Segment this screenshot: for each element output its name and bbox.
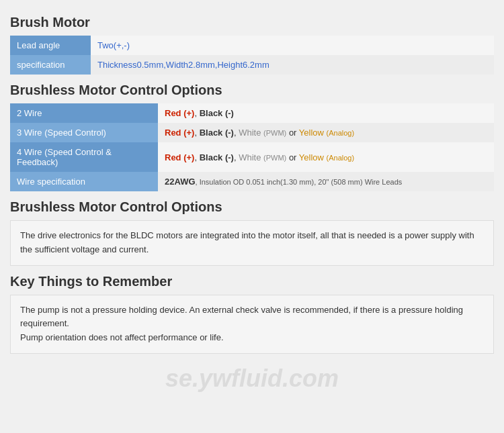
white-text2: White (239, 152, 261, 162)
wire-spec-value: 22AWG, Insulation OD 0.051 inch(1.30 mm)… (158, 172, 494, 191)
black-minus-text: Black (-) (200, 108, 234, 118)
brushless-desc-text: The drive electronics for the BLDC motor… (20, 229, 484, 257)
white-text: White (239, 128, 261, 138)
lead-angle-value: Two(+,-) (91, 36, 494, 55)
comma: , (194, 108, 199, 118)
black-text: Black (-) (200, 128, 234, 138)
table-row: Wire specification 22AWG, Insulation OD … (10, 172, 494, 191)
specification-value: Thickness0.5mm,Width2.8mm,Height6.2mm (91, 55, 494, 75)
yellow-text: Yellow (299, 128, 324, 138)
red-text: Red (+) (165, 128, 194, 138)
watermark: se.ywfluid.com (165, 365, 339, 393)
key-things-title: Key Things to Remember (10, 274, 494, 289)
brush-motor-table: Lead angle Two(+,-) specification Thickn… (10, 36, 494, 75)
wire-spec-bold: 22AWG (165, 177, 196, 187)
table-row: 2 Wire Red (+), Black (-) (10, 103, 494, 123)
wire-spec-small: , Insulation OD 0.051 inch(1.30 mm), 20"… (196, 178, 403, 186)
brush-motor-title: Brush Motor (10, 15, 494, 30)
table-row: 4 Wire (Speed Control & Feedback) Red (+… (10, 142, 494, 172)
pwm-text: (PWM) (263, 129, 286, 137)
analog-text: (Analog) (327, 129, 355, 137)
2wire-label: 2 Wire (10, 103, 158, 123)
brushless-desc-title: Brushless Motor Control Options (10, 199, 494, 215)
analog-text2: (Analog) (327, 154, 355, 162)
red-text2: Red (+) (165, 152, 194, 162)
black-text2: Black (-) (200, 152, 234, 162)
4wire-label: 4 Wire (Speed Control & Feedback) (10, 142, 158, 172)
key-things-box: The pump is not a pressure holding devic… (10, 295, 494, 354)
red-plus-text: Red (+) (165, 108, 194, 118)
brushless-desc-box: The drive electronics for the BLDC motor… (10, 220, 494, 266)
lead-angle-text: Two(+,-) (97, 40, 130, 50)
table-row: 3 Wire (Speed Control) Red (+), Black (-… (10, 123, 494, 142)
or-text2: or (289, 152, 299, 162)
brushless-control-title: Brushless Motor Control Options (10, 83, 494, 98)
wire-spec-label: Wire specification (10, 172, 158, 191)
4wire-value: Red (+), Black (-), White (PWM) or Yello… (158, 142, 494, 172)
specification-text: Thickness0.5mm,Width2.8mm,Height6.2mm (97, 60, 269, 70)
key-things-line2: Pump orientation does not affect perform… (20, 331, 484, 345)
brushless-control-table: 2 Wire Red (+), Black (-) 3 Wire (Speed … (10, 103, 494, 191)
specification-label: specification (10, 55, 91, 75)
lead-angle-label: Lead angle (10, 36, 91, 55)
3wire-label: 3 Wire (Speed Control) (10, 123, 158, 142)
2wire-value: Red (+), Black (-) (158, 103, 494, 123)
yellow-text2: Yellow (299, 152, 324, 162)
table-row: specification Thickness0.5mm,Width2.8mm,… (10, 55, 494, 75)
key-things-line1: The pump is not a pressure holding devic… (20, 303, 484, 332)
or-text: or (289, 128, 299, 138)
table-row: Lead angle Two(+,-) (10, 36, 494, 55)
pwm-text2: (PWM) (263, 154, 286, 162)
3wire-value: Red (+), Black (-), White (PWM) or Yello… (158, 123, 494, 142)
